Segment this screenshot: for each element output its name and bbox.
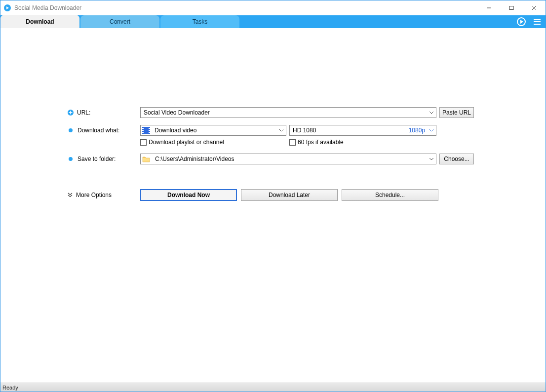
download-mode-select[interactable]: Download video bbox=[140, 125, 286, 136]
download-mode-value: Download video bbox=[152, 127, 277, 134]
url-input[interactable]: Social Video Downloader bbox=[140, 107, 436, 118]
status-text: Ready bbox=[2, 385, 18, 391]
tabbar: Download Convert Tasks bbox=[0, 15, 546, 28]
folder-select[interactable]: C:\Users\Administrator\Videos bbox=[140, 154, 436, 164]
checkbox-box-icon bbox=[289, 139, 296, 146]
more-options-toggle[interactable]: More Options bbox=[67, 192, 112, 198]
folder-path: C:\Users\Administrator\Videos bbox=[152, 156, 427, 162]
bullet-icon bbox=[69, 157, 73, 161]
chevron-down-icon bbox=[277, 129, 286, 132]
bullet-icon bbox=[69, 128, 73, 132]
menu-icon[interactable] bbox=[532, 16, 543, 27]
tab-convert[interactable]: Convert bbox=[80, 15, 159, 28]
plus-circle-icon bbox=[67, 109, 74, 116]
film-icon bbox=[142, 127, 150, 134]
maximize-button[interactable] bbox=[500, 0, 523, 15]
chevron-down-icon bbox=[427, 129, 436, 132]
minimize-button[interactable] bbox=[477, 0, 500, 15]
content-area: URL: Social Video Downloader Paste URL bbox=[0, 28, 546, 383]
paste-url-button[interactable]: Paste URL bbox=[439, 107, 474, 118]
download-now-label: Download Now bbox=[167, 192, 210, 198]
titlebar: Social Media Downloader bbox=[0, 0, 546, 15]
choose-folder-label: Choose... bbox=[444, 156, 469, 162]
fps60-checkbox[interactable]: 60 fps if available bbox=[289, 139, 344, 146]
resolution-select[interactable]: HD 1080 1080p bbox=[289, 125, 436, 136]
more-options-label: More Options bbox=[76, 192, 112, 198]
svg-rect-2 bbox=[509, 6, 513, 10]
play-circle-icon[interactable] bbox=[516, 16, 527, 27]
resolution-value: HD 1080 bbox=[290, 127, 409, 134]
tab-convert-label: Convert bbox=[110, 18, 130, 25]
tab-tasks[interactable]: Tasks bbox=[160, 15, 239, 28]
save-to-label: Save to folder: bbox=[78, 156, 116, 162]
tab-download-label: Download bbox=[26, 18, 54, 25]
chevron-down-icon bbox=[427, 111, 436, 114]
app-icon bbox=[3, 4, 11, 12]
download-later-label: Download Later bbox=[269, 192, 310, 198]
download-later-button[interactable]: Download Later bbox=[241, 189, 338, 201]
playlist-checkbox-label: Download playlist or channel bbox=[149, 139, 224, 146]
chevron-down-icon bbox=[427, 157, 436, 160]
double-chevron-down-icon bbox=[67, 192, 73, 198]
url-label: URL: bbox=[77, 109, 90, 116]
fps60-checkbox-label: 60 fps if available bbox=[298, 139, 344, 146]
schedule-button[interactable]: Schedule... bbox=[342, 189, 438, 201]
schedule-label: Schedule... bbox=[375, 192, 405, 198]
tab-download[interactable]: Download bbox=[0, 15, 79, 28]
url-value: Social Video Downloader bbox=[141, 109, 427, 116]
resolution-badge: 1080p bbox=[409, 127, 427, 134]
status-bar: Ready bbox=[0, 383, 546, 392]
download-what-label: Download what: bbox=[78, 127, 119, 134]
tab-tasks-label: Tasks bbox=[193, 18, 208, 25]
playlist-checkbox[interactable]: Download playlist or channel bbox=[140, 139, 289, 146]
checkbox-box-icon bbox=[140, 139, 147, 146]
paste-url-label: Paste URL bbox=[442, 109, 471, 116]
close-button[interactable] bbox=[523, 0, 546, 15]
download-now-button[interactable]: Download Now bbox=[140, 189, 237, 201]
window-title: Social Media Downloader bbox=[14, 4, 81, 11]
folder-icon bbox=[142, 156, 150, 162]
choose-folder-button[interactable]: Choose... bbox=[439, 154, 474, 164]
